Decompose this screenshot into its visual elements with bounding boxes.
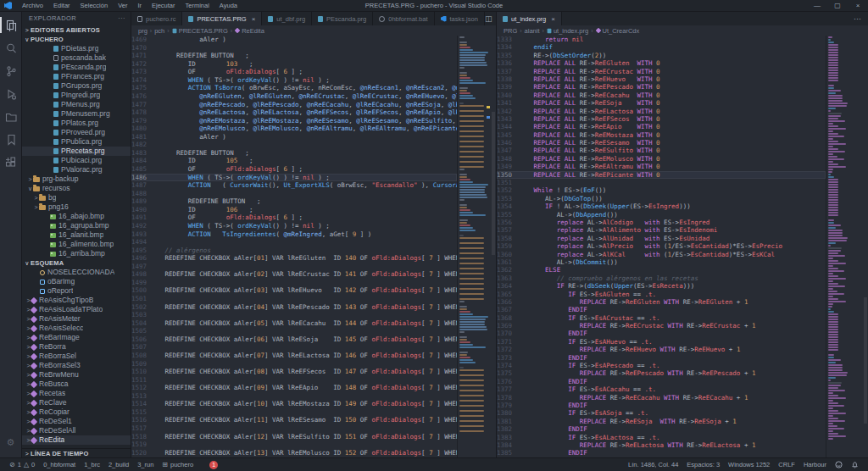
symbol-ReBarImage[interactable]: >ReBarImage: [22, 333, 131, 342]
file-bg[interactable]: >bg: [22, 193, 131, 202]
breadcrumb-item-PRG[interactable]: PRG: [504, 27, 517, 35]
symbol-ReAsisMeter[interactable]: >ReAsisMeter: [22, 314, 131, 324]
symbol-ReBorraSel[interactable]: >ReBorraSel: [22, 352, 131, 361]
task-shortcut-3_run[interactable]: 3_run: [133, 458, 158, 471]
timeline-section[interactable]: >LÍNEA DE TIEMPO: [22, 448, 131, 457]
menu-ver[interactable]: Ver: [113, 0, 132, 12]
folder-section-puchero[interactable]: ∨PUCHERO: [22, 35, 131, 44]
tab-ut_dbf.prg[interactable]: ut_dbf.prg: [262, 12, 312, 25]
symbol-ReAsisSelecc[interactable]: >ReAsisSelecc: [22, 324, 131, 333]
symbol-ReDeSel1[interactable]: >ReDeSel1: [22, 417, 131, 426]
code-editor-ut-index[interactable]: 1333 return nil1334 endif1335 RE->(DbSet…: [497, 36, 826, 457]
symbol-ReBorra[interactable]: >ReBorra: [22, 342, 131, 352]
task-shortcut-0_hbformat[interactable]: 0_hbformat: [39, 458, 80, 471]
symbol-oReport[interactable]: oReport: [22, 286, 131, 296]
file-PValorac.prg[interactable]: PValorac.prg: [22, 165, 131, 175]
symbol-ReEdita[interactable]: >ReEdita: [22, 435, 131, 445]
tab-close-icon[interactable]: ×: [252, 15, 256, 23]
code-editor-precetas[interactable]: 1469 aAler )14701471 REDEFINE BUTTON ;14…: [131, 36, 457, 457]
tab-close-icon[interactable]: ×: [551, 15, 555, 23]
file-16_alimento.bmp[interactable]: 16_alimento.bmp: [22, 240, 131, 249]
maximize-button[interactable]: ▢: [827, 0, 848, 12]
file-PGrupos.prg[interactable]: PGrupos.prg: [22, 81, 131, 91]
bookmarks-icon[interactable]: [0, 128, 22, 151]
file-16_arriba.bmp[interactable]: 16_arriba.bmp: [22, 249, 131, 258]
file-PMenusem.prg[interactable]: PMenusem.prg: [22, 109, 131, 119]
symbol-ReBrwMenu[interactable]: >ReBrwMenu: [22, 370, 131, 380]
minimap-right[interactable]: [826, 36, 863, 457]
file-recursos[interactable]: ∨recursos: [22, 184, 131, 193]
outline-section[interactable]: ∨ESQUEMA: [22, 258, 131, 268]
explorer-icon[interactable]: [0, 14, 22, 36]
file-PDietas.prg[interactable]: PDietas.prg: [22, 44, 131, 53]
file-16_agrupa.bmp[interactable]: 16_agrupa.bmp: [22, 221, 131, 230]
file-PPublica.prg[interactable]: PPublica.prg: [22, 137, 131, 147]
symbol-oBarImg[interactable]: oBarImg: [22, 277, 131, 286]
tab-PRECETAS.PRG[interactable]: PRECETAS.PRG×: [182, 12, 262, 25]
file-prg-backup[interactable]: >prg-backup: [22, 175, 131, 184]
close-button[interactable]: ×: [848, 0, 868, 12]
tab-ut_index.prg[interactable]: ut_index.prg×: [497, 12, 562, 25]
tab-0hbformat.bat[interactable]: 0hbformat.bat: [373, 12, 434, 25]
symbol-ReBorraSel3[interactable]: >ReBorraSel3: [22, 361, 131, 370]
tab-tasks.json[interactable]: tasks.json: [435, 12, 485, 25]
breadcrumb-item-alanit[interactable]: alanit: [525, 27, 540, 35]
symbol-ReDeSelAll[interactable]: >ReDeSelAll: [22, 426, 131, 435]
symbol-ReBusca[interactable]: >ReBusca: [22, 380, 131, 389]
file-PFrances.prg[interactable]: PFrances.prg: [22, 72, 131, 81]
source-control-icon[interactable]: [0, 59, 22, 82]
breadcrumb-item-Ut_CrearCdx[interactable]: Ut_CrearCdx: [596, 27, 640, 35]
scrollbar-right[interactable]: [863, 36, 868, 457]
tab-PEscanda.prg[interactable]: PEscanda.prg: [312, 12, 373, 25]
symbol-ReAsisChgTipoB[interactable]: >ReAsisChgTipoB: [22, 296, 131, 305]
cursor-position[interactable]: Lín. 1486, Col. 44: [624, 458, 682, 471]
tab-puchero.rc[interactable]: puchero.rc: [131, 12, 182, 25]
menu-ayuda[interactable]: Ayuda: [214, 0, 242, 12]
open-editors-section[interactable]: >EDITORES ABIERTOS: [22, 25, 131, 35]
bell-icon[interactable]: [847, 458, 863, 471]
file-16_abajo.bmp[interactable]: 16_abajo.bmp: [22, 212, 131, 221]
menu-selección[interactable]: Selección: [75, 0, 114, 12]
split-editor-icon[interactable]: ◫: [485, 14, 492, 23]
breadcrumb-item-ut_index.prg[interactable]: ut_index.prg: [547, 27, 588, 35]
file-png16[interactable]: >png16: [22, 202, 131, 212]
file-16_alanit.bmp[interactable]: 16_alanit.bmp: [22, 230, 131, 240]
extensions-icon[interactable]: [0, 151, 22, 174]
file-PEscanda.prg[interactable]: PEscanda.prg: [22, 63, 131, 72]
symbol-ReCopiar[interactable]: >ReCopiar: [22, 407, 131, 417]
more-actions-icon[interactable]: ···: [854, 14, 861, 23]
file-PPlatos.prg[interactable]: PPlatos.prg: [22, 119, 131, 128]
breadcrumb-item-PRECETAS.PRG[interactable]: PRECETAS.PRG: [172, 27, 228, 35]
menu-ir[interactable]: Ir: [132, 0, 147, 12]
folder-view-icon[interactable]: [0, 105, 22, 128]
search-icon[interactable]: [0, 36, 22, 59]
breadcrumb-item-ReEdita[interactable]: ReEdita: [235, 27, 264, 35]
breadcrumb-item-pch[interactable]: pch: [154, 27, 164, 35]
file-PMenus.prg[interactable]: PMenus.prg: [22, 100, 131, 109]
file-PProveed.prg[interactable]: PProveed.prg: [22, 128, 131, 137]
minimap-left[interactable]: [457, 36, 491, 457]
symbol-ReAsisLoadaTPlato[interactable]: >ReAsisLoadaTPlato: [22, 305, 131, 314]
eol[interactable]: CRLF: [774, 458, 799, 471]
file-PRecetas.prg[interactable]: PRecetas.prg: [22, 147, 131, 156]
project-task-puchero[interactable]: ⊞ puchero: [158, 458, 198, 471]
symbol-NOSELECCIONADA[interactable]: NOSELECCIONADA: [22, 268, 131, 277]
sidebar-more-actions-icon[interactable]: ···: [118, 12, 125, 25]
minimize-button[interactable]: —: [807, 0, 827, 12]
scrollbar-left[interactable]: [491, 36, 496, 457]
task-shortcut-2_build[interactable]: 2_build: [104, 458, 133, 471]
breadcrumb-right[interactable]: PRG›alanit›ut_index.prg›Ut_CrearCdx: [497, 25, 868, 36]
breadcrumb-item-prg[interactable]: prg: [138, 27, 147, 35]
menu-editar[interactable]: Editar: [48, 0, 75, 12]
task-shortcut-1_brc[interactable]: 1_brc: [80, 458, 104, 471]
file-PIngredi.prg[interactable]: PIngredi.prg: [22, 91, 131, 100]
menu-archivo[interactable]: Archivo: [17, 0, 48, 12]
settings-gear-icon[interactable]: ⚙: [0, 431, 22, 454]
feedback-icon[interactable]: [831, 458, 847, 471]
menu-ejecutar[interactable]: Ejecutar: [147, 0, 181, 12]
encoding[interactable]: Windows 1252: [724, 458, 774, 471]
language-mode[interactable]: Harbour: [799, 458, 831, 471]
run-debug-icon[interactable]: [0, 82, 22, 105]
menu-terminal[interactable]: Terminal: [181, 0, 214, 12]
indentation[interactable]: Espacios: 3: [682, 458, 724, 471]
